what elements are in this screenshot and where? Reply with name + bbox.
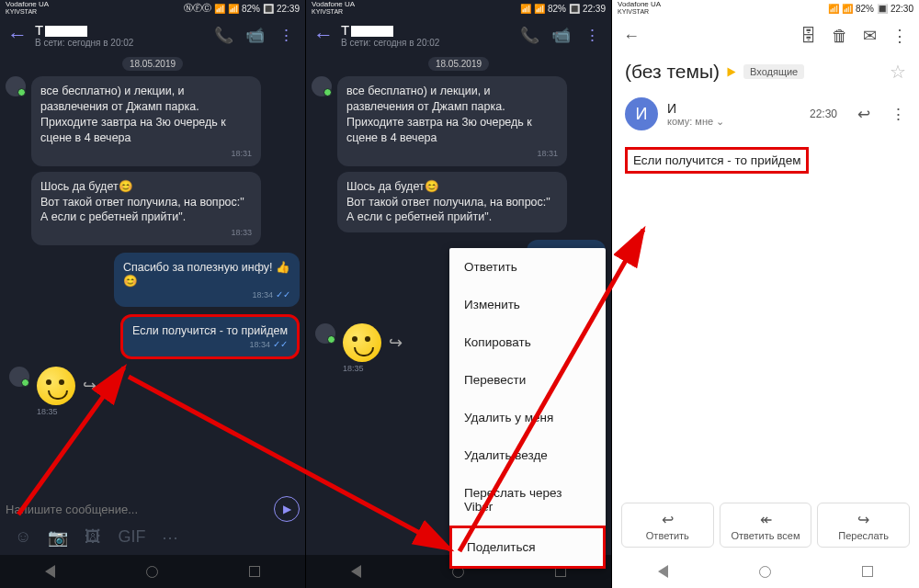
message-bubble[interactable]: Шось да будет😊 Вот такой ответ получила,… xyxy=(31,172,261,246)
mail-icon[interactable]: ✉ xyxy=(863,26,877,46)
nfc-icon: ⓃⒻⒸ xyxy=(184,2,211,15)
more-icon[interactable]: ⋮ xyxy=(580,26,604,45)
inbox-tag[interactable]: Входящие xyxy=(743,64,804,79)
status-bar: Vodafone UAKYIVSTAR ⓃⒻⒸ 📶 📶 82% 🔳 22:39 xyxy=(0,0,305,17)
send-button[interactable]: ▶ xyxy=(274,496,300,522)
action-buttons: ↩Ответить ↞Ответить всем ↪Переслать xyxy=(612,503,919,548)
gif-icon[interactable]: GIF xyxy=(118,527,145,548)
chat-header: ← Т В сети: сегодня в 20:02 📞 📹 ⋮ xyxy=(0,17,305,53)
date-separator: 18.05.2019 xyxy=(122,57,183,71)
ctx-delete-all[interactable]: Удалить везде xyxy=(449,436,606,474)
more-icon[interactable]: ⋮ xyxy=(891,26,908,46)
chevron-down-icon[interactable]: ⌄ xyxy=(716,116,724,127)
delete-icon[interactable]: 🗑 xyxy=(832,27,848,46)
forward-button[interactable]: ↪Переслать xyxy=(817,503,910,548)
video-icon[interactable]: 📹 xyxy=(549,26,573,45)
message-time: 22:30 xyxy=(810,107,837,120)
incoming-message-row: все бесплатно) и лекции, и развлечения о… xyxy=(6,76,300,166)
highlighted-body: Если получится - то прийдем xyxy=(625,147,809,174)
context-menu: Ответить Изменить Копировать Перевести У… xyxy=(449,248,606,569)
status-bar: Vodafone UAKYIVSTAR 📶📶82%🔳22:39 xyxy=(306,0,611,17)
message-bubble[interactable]: все бесплатно) и лекции, и развлечения о… xyxy=(31,76,261,166)
video-icon[interactable]: 📹 xyxy=(243,26,267,45)
call-icon[interactable]: 📞 xyxy=(211,26,235,45)
call-icon[interactable]: 📞 xyxy=(517,26,541,45)
more-icon[interactable]: ⋯ xyxy=(162,527,178,548)
reply-all-button[interactable]: ↞Ответить всем xyxy=(720,503,812,548)
ctx-copy[interactable]: Копировать xyxy=(449,323,606,361)
nav-recent-icon[interactable] xyxy=(862,566,873,577)
nav-recent-icon[interactable] xyxy=(249,566,260,577)
back-icon[interactable]: ← xyxy=(313,23,334,47)
gmail-toolbar: ← 🗄 🗑 ✉ ⋮ xyxy=(612,17,919,55)
important-marker-icon[interactable] xyxy=(728,67,736,76)
forward-icon[interactable]: ↪ xyxy=(83,376,96,396)
nav-home-icon[interactable] xyxy=(759,566,771,578)
status-bar: Vodafone UAKYIVSTAR 📶📶82%🔳22:30 xyxy=(612,0,919,17)
composer: ▶ ☺ 📷 🖼 GIF ⋯ xyxy=(0,492,305,553)
ctx-share[interactable]: Поделиться xyxy=(449,526,606,569)
outgoing-message-bubble[interactable]: Спасибо за полезную инфу! 👍😊 18:34✓✓ xyxy=(114,253,300,307)
gallery-icon[interactable]: 🖼 xyxy=(85,527,101,548)
sender-avatar[interactable]: И xyxy=(625,97,658,130)
ctx-reply[interactable]: Ответить xyxy=(449,248,606,286)
message-input[interactable] xyxy=(6,503,268,516)
sender-row: И И кому: мне ⌄ 22:30 ↩ ⋮ xyxy=(612,88,919,140)
highlighted-message[interactable]: Если получится - то прийдем 18:34✓✓ xyxy=(120,314,300,359)
reply-icon[interactable]: ↩ xyxy=(857,105,870,124)
nav-home-icon[interactable] xyxy=(146,566,158,578)
nav-back-icon[interactable] xyxy=(351,565,361,578)
nav-back-icon[interactable] xyxy=(45,565,55,578)
star-icon[interactable]: ☆ xyxy=(890,61,906,83)
avatar[interactable] xyxy=(6,76,26,96)
android-nav xyxy=(0,555,305,588)
wifi-icon: 📶 xyxy=(214,4,225,14)
ctx-forward-viber[interactable]: Переслать через Viber xyxy=(449,474,606,526)
subject: (без темы) xyxy=(625,61,720,83)
more-icon[interactable]: ⋮ xyxy=(274,26,298,45)
archive-icon[interactable]: 🗄 xyxy=(800,27,817,46)
reply-button[interactable]: ↩Ответить xyxy=(621,503,714,548)
back-icon[interactable]: ← xyxy=(7,23,28,47)
viber-panel-2: Vodafone UAKYIVSTAR 📶📶82%🔳22:39 ← Т В се… xyxy=(306,0,612,588)
gmail-panel: Vodafone UAKYIVSTAR 📶📶82%🔳22:30 ← 🗄 🗑 ✉ … xyxy=(612,0,919,588)
viber-panel-1: Vodafone UAKYIVSTAR ⓃⒻⒸ 📶 📶 82% 🔳 22:39 … xyxy=(0,0,306,588)
ctx-translate[interactable]: Перевести xyxy=(449,361,606,399)
avatar[interactable] xyxy=(9,367,29,387)
camera-icon[interactable]: 📷 xyxy=(48,527,68,548)
subject-row: (без темы) Входящие ☆ xyxy=(612,55,919,88)
ctx-edit[interactable]: Изменить xyxy=(449,286,606,323)
back-icon[interactable]: ← xyxy=(623,27,640,46)
battery-icon: 🔳 xyxy=(263,4,274,14)
more-icon[interactable]: ⋮ xyxy=(891,105,906,124)
ctx-delete-me[interactable]: Удалить у меня xyxy=(449,399,606,436)
signal-icon: 📶 xyxy=(228,4,239,14)
emoji-icon[interactable]: ☺ xyxy=(15,527,31,548)
nav-back-icon[interactable] xyxy=(658,565,668,578)
sticker-smiley[interactable] xyxy=(37,367,75,405)
